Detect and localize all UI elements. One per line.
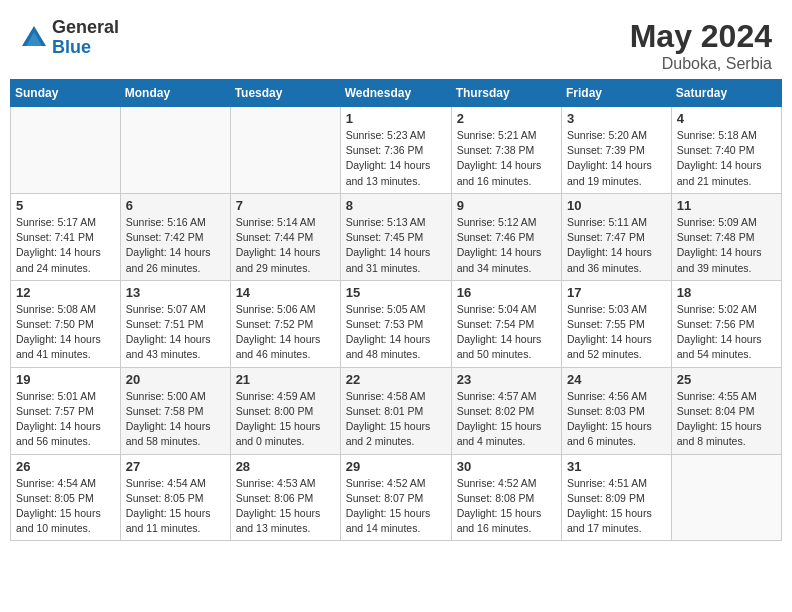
- calendar-location: Duboka, Serbia: [630, 55, 772, 73]
- calendar-cell: [11, 107, 121, 194]
- day-info: Sunrise: 5:23 AM Sunset: 7:36 PM Dayligh…: [346, 128, 446, 189]
- day-info: Sunrise: 5:02 AM Sunset: 7:56 PM Dayligh…: [677, 302, 776, 363]
- day-info: Sunrise: 5:09 AM Sunset: 7:48 PM Dayligh…: [677, 215, 776, 276]
- day-number: 29: [346, 459, 446, 474]
- day-info: Sunrise: 5:12 AM Sunset: 7:46 PM Dayligh…: [457, 215, 556, 276]
- day-number: 7: [236, 198, 335, 213]
- calendar-cell: 16Sunrise: 5:04 AM Sunset: 7:54 PM Dayli…: [451, 280, 561, 367]
- day-info: Sunrise: 5:06 AM Sunset: 7:52 PM Dayligh…: [236, 302, 335, 363]
- calendar-cell: 24Sunrise: 4:56 AM Sunset: 8:03 PM Dayli…: [562, 367, 672, 454]
- day-info: Sunrise: 4:57 AM Sunset: 8:02 PM Dayligh…: [457, 389, 556, 450]
- day-info: Sunrise: 5:03 AM Sunset: 7:55 PM Dayligh…: [567, 302, 666, 363]
- page-header: General Blue May 2024 Duboka, Serbia: [10, 10, 782, 79]
- calendar-table: SundayMondayTuesdayWednesdayThursdayFrid…: [10, 79, 782, 541]
- calendar-cell: 26Sunrise: 4:54 AM Sunset: 8:05 PM Dayli…: [11, 454, 121, 541]
- day-info: Sunrise: 5:16 AM Sunset: 7:42 PM Dayligh…: [126, 215, 225, 276]
- day-header-friday: Friday: [562, 80, 672, 107]
- calendar-cell: 7Sunrise: 5:14 AM Sunset: 7:44 PM Daylig…: [230, 193, 340, 280]
- day-info: Sunrise: 5:01 AM Sunset: 7:57 PM Dayligh…: [16, 389, 115, 450]
- day-header-sunday: Sunday: [11, 80, 121, 107]
- calendar-cell: 30Sunrise: 4:52 AM Sunset: 8:08 PM Dayli…: [451, 454, 561, 541]
- day-header-thursday: Thursday: [451, 80, 561, 107]
- day-info: Sunrise: 5:20 AM Sunset: 7:39 PM Dayligh…: [567, 128, 666, 189]
- calendar-cell: 6Sunrise: 5:16 AM Sunset: 7:42 PM Daylig…: [120, 193, 230, 280]
- calendar-cell: 8Sunrise: 5:13 AM Sunset: 7:45 PM Daylig…: [340, 193, 451, 280]
- calendar-cell: 5Sunrise: 5:17 AM Sunset: 7:41 PM Daylig…: [11, 193, 121, 280]
- day-info: Sunrise: 4:54 AM Sunset: 8:05 PM Dayligh…: [16, 476, 115, 537]
- day-number: 1: [346, 111, 446, 126]
- calendar-cell: 28Sunrise: 4:53 AM Sunset: 8:06 PM Dayli…: [230, 454, 340, 541]
- logo-blue-text: Blue: [52, 38, 119, 58]
- day-info: Sunrise: 5:14 AM Sunset: 7:44 PM Dayligh…: [236, 215, 335, 276]
- calendar-cell: [671, 454, 781, 541]
- calendar-cell: [120, 107, 230, 194]
- day-info: Sunrise: 4:51 AM Sunset: 8:09 PM Dayligh…: [567, 476, 666, 537]
- calendar-cell: 17Sunrise: 5:03 AM Sunset: 7:55 PM Dayli…: [562, 280, 672, 367]
- day-number: 14: [236, 285, 335, 300]
- calendar-cell: 31Sunrise: 4:51 AM Sunset: 8:09 PM Dayli…: [562, 454, 672, 541]
- day-number: 26: [16, 459, 115, 474]
- day-info: Sunrise: 5:13 AM Sunset: 7:45 PM Dayligh…: [346, 215, 446, 276]
- day-number: 9: [457, 198, 556, 213]
- day-number: 30: [457, 459, 556, 474]
- calendar-cell: 11Sunrise: 5:09 AM Sunset: 7:48 PM Dayli…: [671, 193, 781, 280]
- day-info: Sunrise: 4:54 AM Sunset: 8:05 PM Dayligh…: [126, 476, 225, 537]
- calendar-cell: 1Sunrise: 5:23 AM Sunset: 7:36 PM Daylig…: [340, 107, 451, 194]
- day-number: 5: [16, 198, 115, 213]
- day-header-wednesday: Wednesday: [340, 80, 451, 107]
- calendar-cell: 15Sunrise: 5:05 AM Sunset: 7:53 PM Dayli…: [340, 280, 451, 367]
- day-info: Sunrise: 4:58 AM Sunset: 8:01 PM Dayligh…: [346, 389, 446, 450]
- day-number: 18: [677, 285, 776, 300]
- calendar-week-row: 5Sunrise: 5:17 AM Sunset: 7:41 PM Daylig…: [11, 193, 782, 280]
- day-number: 16: [457, 285, 556, 300]
- calendar-cell: 25Sunrise: 4:55 AM Sunset: 8:04 PM Dayli…: [671, 367, 781, 454]
- day-number: 2: [457, 111, 556, 126]
- day-header-tuesday: Tuesday: [230, 80, 340, 107]
- day-info: Sunrise: 5:18 AM Sunset: 7:40 PM Dayligh…: [677, 128, 776, 189]
- day-number: 3: [567, 111, 666, 126]
- day-info: Sunrise: 4:55 AM Sunset: 8:04 PM Dayligh…: [677, 389, 776, 450]
- calendar-week-row: 1Sunrise: 5:23 AM Sunset: 7:36 PM Daylig…: [11, 107, 782, 194]
- day-number: 11: [677, 198, 776, 213]
- day-info: Sunrise: 4:59 AM Sunset: 8:00 PM Dayligh…: [236, 389, 335, 450]
- calendar-title: May 2024: [630, 18, 772, 55]
- logo: General Blue: [20, 18, 119, 58]
- day-number: 8: [346, 198, 446, 213]
- day-header-monday: Monday: [120, 80, 230, 107]
- day-info: Sunrise: 4:53 AM Sunset: 8:06 PM Dayligh…: [236, 476, 335, 537]
- day-number: 20: [126, 372, 225, 387]
- day-header-saturday: Saturday: [671, 80, 781, 107]
- calendar-cell: 10Sunrise: 5:11 AM Sunset: 7:47 PM Dayli…: [562, 193, 672, 280]
- day-number: 28: [236, 459, 335, 474]
- day-info: Sunrise: 5:04 AM Sunset: 7:54 PM Dayligh…: [457, 302, 556, 363]
- calendar-cell: 23Sunrise: 4:57 AM Sunset: 8:02 PM Dayli…: [451, 367, 561, 454]
- title-block: May 2024 Duboka, Serbia: [630, 18, 772, 73]
- day-number: 17: [567, 285, 666, 300]
- day-number: 12: [16, 285, 115, 300]
- day-number: 13: [126, 285, 225, 300]
- calendar-week-row: 26Sunrise: 4:54 AM Sunset: 8:05 PM Dayli…: [11, 454, 782, 541]
- day-info: Sunrise: 5:17 AM Sunset: 7:41 PM Dayligh…: [16, 215, 115, 276]
- day-number: 10: [567, 198, 666, 213]
- day-info: Sunrise: 5:05 AM Sunset: 7:53 PM Dayligh…: [346, 302, 446, 363]
- day-info: Sunrise: 4:52 AM Sunset: 8:07 PM Dayligh…: [346, 476, 446, 537]
- calendar-cell: 19Sunrise: 5:01 AM Sunset: 7:57 PM Dayli…: [11, 367, 121, 454]
- calendar-cell: 20Sunrise: 5:00 AM Sunset: 7:58 PM Dayli…: [120, 367, 230, 454]
- logo-icon: [20, 24, 48, 52]
- calendar-cell: 18Sunrise: 5:02 AM Sunset: 7:56 PM Dayli…: [671, 280, 781, 367]
- calendar-header-row: SundayMondayTuesdayWednesdayThursdayFrid…: [11, 80, 782, 107]
- day-info: Sunrise: 4:52 AM Sunset: 8:08 PM Dayligh…: [457, 476, 556, 537]
- calendar-week-row: 12Sunrise: 5:08 AM Sunset: 7:50 PM Dayli…: [11, 280, 782, 367]
- day-info: Sunrise: 5:07 AM Sunset: 7:51 PM Dayligh…: [126, 302, 225, 363]
- day-number: 27: [126, 459, 225, 474]
- day-number: 6: [126, 198, 225, 213]
- day-info: Sunrise: 5:08 AM Sunset: 7:50 PM Dayligh…: [16, 302, 115, 363]
- day-info: Sunrise: 4:56 AM Sunset: 8:03 PM Dayligh…: [567, 389, 666, 450]
- calendar-cell: 4Sunrise: 5:18 AM Sunset: 7:40 PM Daylig…: [671, 107, 781, 194]
- day-number: 4: [677, 111, 776, 126]
- calendar-cell: [230, 107, 340, 194]
- day-number: 24: [567, 372, 666, 387]
- calendar-cell: 12Sunrise: 5:08 AM Sunset: 7:50 PM Dayli…: [11, 280, 121, 367]
- calendar-cell: 21Sunrise: 4:59 AM Sunset: 8:00 PM Dayli…: [230, 367, 340, 454]
- day-info: Sunrise: 5:21 AM Sunset: 7:38 PM Dayligh…: [457, 128, 556, 189]
